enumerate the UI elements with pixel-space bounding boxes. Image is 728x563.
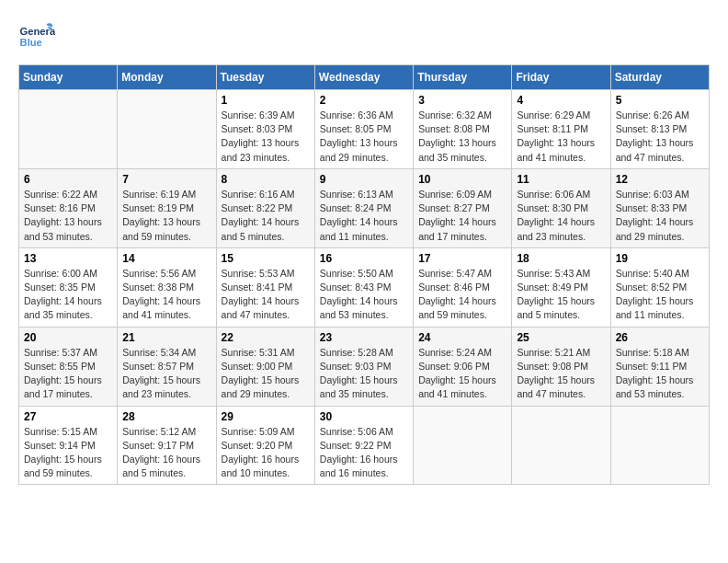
day-info: Sunrise: 6:32 AMSunset: 8:08 PMDaylight:… [418,109,506,165]
weekday-header: Wednesday [314,65,413,90]
day-number: 12 [616,173,704,186]
day-info: Sunrise: 5:40 AMSunset: 8:52 PMDaylight:… [616,267,704,323]
calendar-cell: 4Sunrise: 6:29 AMSunset: 8:11 PMDaylight… [512,90,610,169]
day-number: 28 [122,410,210,423]
calendar-cell [414,406,512,485]
calendar-cell: 12Sunrise: 6:03 AMSunset: 8:33 PMDayligh… [610,168,709,247]
day-info: Sunrise: 5:12 AMSunset: 9:17 PMDaylight:… [122,425,210,481]
day-info: Sunrise: 5:47 AMSunset: 8:46 PMDaylight:… [418,267,506,323]
day-info: Sunrise: 6:26 AMSunset: 8:13 PMDaylight:… [616,109,704,165]
calendar-cell: 29Sunrise: 5:09 AMSunset: 9:20 PMDayligh… [216,406,314,485]
calendar-cell [610,406,709,485]
calendar-cell: 13Sunrise: 6:00 AMSunset: 8:35 PMDayligh… [19,247,118,327]
day-info: Sunrise: 6:29 AMSunset: 8:11 PMDaylight:… [517,109,605,165]
day-number: 22 [222,331,310,344]
day-number: 18 [517,252,605,265]
logo: General Blue [18,18,55,55]
calendar-cell [512,406,610,485]
calendar-cell: 27Sunrise: 5:15 AMSunset: 9:14 PMDayligh… [19,406,118,485]
weekday-header: Friday [512,65,610,90]
day-info: Sunrise: 5:24 AMSunset: 9:06 PMDaylight:… [418,346,506,402]
day-number: 14 [122,252,210,265]
calendar-cell: 14Sunrise: 5:56 AMSunset: 8:38 PMDayligh… [118,247,216,327]
calendar-cell: 1Sunrise: 6:39 AMSunset: 8:03 PMDaylight… [216,90,314,169]
day-info: Sunrise: 5:50 AMSunset: 8:43 PMDaylight:… [320,267,408,323]
calendar-cell: 25Sunrise: 5:21 AMSunset: 9:08 PMDayligh… [512,327,610,406]
calendar-cell: 22Sunrise: 5:31 AMSunset: 9:00 PMDayligh… [216,327,314,406]
calendar-week-row: 1Sunrise: 6:39 AMSunset: 8:03 PMDaylight… [19,90,710,169]
day-number: 13 [24,252,112,265]
day-number: 16 [320,252,408,265]
calendar-cell [19,90,118,169]
calendar-cell: 20Sunrise: 5:37 AMSunset: 8:55 PMDayligh… [19,327,118,406]
calendar-cell: 15Sunrise: 5:53 AMSunset: 8:41 PMDayligh… [216,247,314,327]
calendar-cell: 28Sunrise: 5:12 AMSunset: 9:17 PMDayligh… [118,406,216,485]
calendar-header-row: SundayMondayTuesdayWednesdayThursdayFrid… [19,65,710,90]
calendar-cell: 9Sunrise: 6:13 AMSunset: 8:24 PMDaylight… [314,168,413,247]
day-number: 26 [616,331,704,344]
day-number: 11 [517,173,605,186]
weekday-header: Monday [118,65,216,90]
day-number: 3 [418,94,506,107]
day-number: 4 [517,94,605,107]
calendar-week-row: 13Sunrise: 6:00 AMSunset: 8:35 PMDayligh… [19,247,710,327]
calendar-cell: 6Sunrise: 6:22 AMSunset: 8:16 PMDaylight… [19,168,118,247]
day-number: 20 [24,331,112,344]
day-info: Sunrise: 5:56 AMSunset: 8:38 PMDaylight:… [122,267,210,323]
day-info: Sunrise: 6:16 AMSunset: 8:22 PMDaylight:… [222,188,310,244]
day-number: 29 [222,410,310,423]
svg-text:Blue: Blue [20,37,42,48]
calendar-table: SundayMondayTuesdayWednesdayThursdayFrid… [18,64,710,485]
weekday-header: Tuesday [216,65,314,90]
day-info: Sunrise: 6:13 AMSunset: 8:24 PMDaylight:… [320,188,408,244]
day-number: 8 [222,173,310,186]
page-header: General Blue [18,18,710,55]
calendar-week-row: 20Sunrise: 5:37 AMSunset: 8:55 PMDayligh… [19,327,710,406]
calendar-cell: 30Sunrise: 5:06 AMSunset: 9:22 PMDayligh… [314,406,413,485]
day-info: Sunrise: 6:09 AMSunset: 8:27 PMDaylight:… [418,188,506,244]
day-info: Sunrise: 6:22 AMSunset: 8:16 PMDaylight:… [24,188,112,244]
day-info: Sunrise: 6:03 AMSunset: 8:33 PMDaylight:… [616,188,704,244]
day-number: 24 [418,331,506,344]
weekday-header: Saturday [610,65,709,90]
calendar-cell: 8Sunrise: 6:16 AMSunset: 8:22 PMDaylight… [216,168,314,247]
day-number: 19 [616,252,704,265]
calendar-cell: 10Sunrise: 6:09 AMSunset: 8:27 PMDayligh… [414,168,512,247]
day-number: 23 [320,331,408,344]
day-info: Sunrise: 6:39 AMSunset: 8:03 PMDaylight:… [222,109,310,165]
calendar-cell [118,90,216,169]
day-info: Sunrise: 5:43 AMSunset: 8:49 PMDaylight:… [517,267,605,323]
calendar-cell: 19Sunrise: 5:40 AMSunset: 8:52 PMDayligh… [610,247,709,327]
day-info: Sunrise: 6:00 AMSunset: 8:35 PMDaylight:… [24,267,112,323]
day-number: 2 [320,94,408,107]
calendar-cell: 7Sunrise: 6:19 AMSunset: 8:19 PMDaylight… [118,168,216,247]
day-number: 1 [222,94,310,107]
calendar-cell: 5Sunrise: 6:26 AMSunset: 8:13 PMDaylight… [610,90,709,169]
day-info: Sunrise: 5:06 AMSunset: 9:22 PMDaylight:… [320,425,408,481]
day-number: 10 [418,173,506,186]
calendar-cell: 2Sunrise: 6:36 AMSunset: 8:05 PMDaylight… [314,90,413,169]
logo-icon: General Blue [18,18,55,55]
day-number: 9 [320,173,408,186]
day-info: Sunrise: 5:34 AMSunset: 8:57 PMDaylight:… [122,346,210,402]
calendar-cell: 3Sunrise: 6:32 AMSunset: 8:08 PMDaylight… [414,90,512,169]
calendar-cell: 24Sunrise: 5:24 AMSunset: 9:06 PMDayligh… [414,327,512,406]
day-number: 25 [517,331,605,344]
calendar-cell: 26Sunrise: 5:18 AMSunset: 9:11 PMDayligh… [610,327,709,406]
weekday-header: Thursday [414,65,512,90]
day-info: Sunrise: 6:36 AMSunset: 8:05 PMDaylight:… [320,109,408,165]
day-info: Sunrise: 6:19 AMSunset: 8:19 PMDaylight:… [122,188,210,244]
calendar-week-row: 27Sunrise: 5:15 AMSunset: 9:14 PMDayligh… [19,406,710,485]
day-info: Sunrise: 5:15 AMSunset: 9:14 PMDaylight:… [24,425,112,481]
day-number: 6 [24,173,112,186]
day-number: 7 [122,173,210,186]
day-number: 15 [222,252,310,265]
day-info: Sunrise: 5:31 AMSunset: 9:00 PMDaylight:… [222,346,310,402]
day-number: 17 [418,252,506,265]
calendar-cell: 21Sunrise: 5:34 AMSunset: 8:57 PMDayligh… [118,327,216,406]
calendar-cell: 18Sunrise: 5:43 AMSunset: 8:49 PMDayligh… [512,247,610,327]
day-number: 27 [24,410,112,423]
calendar-cell: 16Sunrise: 5:50 AMSunset: 8:43 PMDayligh… [314,247,413,327]
day-number: 30 [320,410,408,423]
day-info: Sunrise: 5:53 AMSunset: 8:41 PMDaylight:… [222,267,310,323]
